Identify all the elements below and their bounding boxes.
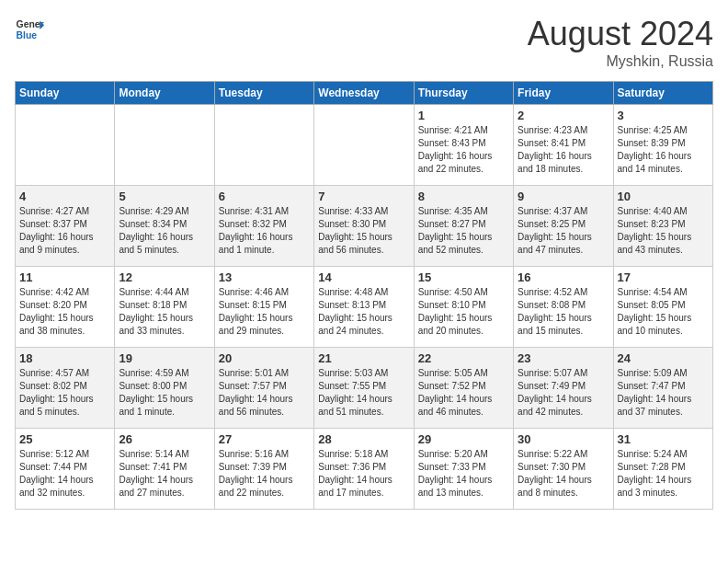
day-number: 26 (119, 432, 210, 446)
day-number: 8 (418, 190, 509, 203)
day-number: 4 (19, 190, 110, 203)
cell-content: Sunrise: 4:46 AM Sunset: 8:15 PM Dayligh… (219, 287, 293, 336)
calendar-cell: 8Sunrise: 4:35 AM Sunset: 8:27 PM Daylig… (414, 186, 513, 267)
day-number: 6 (219, 190, 310, 203)
day-number: 2 (518, 109, 609, 122)
cell-content: Sunrise: 4:40 AM Sunset: 8:23 PM Dayligh… (618, 206, 692, 255)
cell-content: Sunrise: 4:59 AM Sunset: 8:00 PM Dayligh… (119, 368, 193, 417)
weekday-header-saturday: Saturday (613, 82, 712, 105)
cell-content: Sunrise: 4:54 AM Sunset: 8:05 PM Dayligh… (618, 287, 692, 336)
cell-content: Sunrise: 4:23 AM Sunset: 8:41 PM Dayligh… (518, 125, 592, 174)
weekday-header-thursday: Thursday (414, 82, 513, 105)
calendar-cell: 4Sunrise: 4:27 AM Sunset: 8:37 PM Daylig… (16, 186, 115, 267)
day-number: 30 (518, 432, 609, 446)
cell-content: Sunrise: 4:44 AM Sunset: 8:18 PM Dayligh… (119, 287, 193, 336)
day-number: 10 (618, 190, 709, 203)
calendar-cell: 21Sunrise: 5:03 AM Sunset: 7:55 PM Dayli… (314, 348, 414, 429)
svg-text:Blue: Blue (17, 30, 38, 40)
day-number: 1 (418, 109, 509, 122)
calendar-cell: 19Sunrise: 4:59 AM Sunset: 8:00 PM Dayli… (115, 348, 214, 429)
calendar-cell (314, 105, 414, 186)
calendar-cell: 23Sunrise: 5:07 AM Sunset: 7:49 PM Dayli… (514, 348, 613, 429)
calendar-week-2: 4Sunrise: 4:27 AM Sunset: 8:37 PM Daylig… (16, 186, 713, 267)
calendar-cell: 31Sunrise: 5:24 AM Sunset: 7:28 PM Dayli… (613, 429, 712, 510)
day-number: 31 (618, 432, 709, 446)
cell-content: Sunrise: 5:16 AM Sunset: 7:39 PM Dayligh… (219, 449, 293, 498)
calendar-cell (214, 105, 313, 186)
calendar-week-4: 18Sunrise: 4:57 AM Sunset: 8:02 PM Dayli… (16, 348, 713, 429)
location: Myshkin, Russia (528, 53, 713, 70)
cell-content: Sunrise: 4:31 AM Sunset: 8:32 PM Dayligh… (219, 206, 293, 255)
weekday-header-wednesday: Wednesday (314, 82, 414, 105)
calendar-cell: 27Sunrise: 5:16 AM Sunset: 7:39 PM Dayli… (214, 429, 313, 510)
calendar-cell (115, 105, 214, 186)
weekday-header-monday: Monday (115, 82, 214, 105)
day-number: 20 (219, 351, 310, 365)
cell-content: Sunrise: 4:33 AM Sunset: 8:30 PM Dayligh… (318, 206, 392, 255)
cell-content: Sunrise: 5:01 AM Sunset: 7:57 PM Dayligh… (219, 368, 293, 417)
logo-icon: General Blue (15, 15, 44, 44)
cell-content: Sunrise: 5:09 AM Sunset: 7:47 PM Dayligh… (618, 368, 692, 417)
logo: General Blue (15, 15, 44, 44)
day-number: 22 (418, 351, 509, 365)
weekday-header-tuesday: Tuesday (214, 82, 313, 105)
calendar-cell: 1Sunrise: 4:21 AM Sunset: 8:43 PM Daylig… (414, 105, 513, 186)
cell-content: Sunrise: 5:22 AM Sunset: 7:30 PM Dayligh… (518, 449, 592, 498)
calendar-cell: 16Sunrise: 4:52 AM Sunset: 8:08 PM Dayli… (514, 267, 613, 348)
calendar-cell: 12Sunrise: 4:44 AM Sunset: 8:18 PM Dayli… (115, 267, 214, 348)
cell-content: Sunrise: 5:03 AM Sunset: 7:55 PM Dayligh… (318, 368, 392, 417)
calendar-cell: 6Sunrise: 4:31 AM Sunset: 8:32 PM Daylig… (214, 186, 313, 267)
title-block: August 2024 Myshkin, Russia (528, 15, 713, 70)
calendar-week-3: 11Sunrise: 4:42 AM Sunset: 8:20 PM Dayli… (16, 267, 713, 348)
cell-content: Sunrise: 4:50 AM Sunset: 8:10 PM Dayligh… (418, 287, 493, 336)
calendar-body: 1Sunrise: 4:21 AM Sunset: 8:43 PM Daylig… (16, 105, 713, 510)
day-number: 18 (19, 351, 110, 365)
cell-content: Sunrise: 4:29 AM Sunset: 8:34 PM Dayligh… (119, 206, 193, 255)
cell-content: Sunrise: 5:20 AM Sunset: 7:33 PM Dayligh… (418, 449, 493, 498)
cell-content: Sunrise: 4:25 AM Sunset: 8:39 PM Dayligh… (618, 125, 692, 174)
day-number: 14 (318, 270, 409, 284)
calendar-week-1: 1Sunrise: 4:21 AM Sunset: 8:43 PM Daylig… (16, 105, 713, 186)
day-number: 23 (518, 351, 609, 365)
calendar-cell: 14Sunrise: 4:48 AM Sunset: 8:13 PM Dayli… (314, 267, 414, 348)
calendar-cell: 5Sunrise: 4:29 AM Sunset: 8:34 PM Daylig… (115, 186, 214, 267)
day-number: 13 (219, 270, 310, 284)
calendar-cell: 11Sunrise: 4:42 AM Sunset: 8:20 PM Dayli… (16, 267, 115, 348)
cell-content: Sunrise: 4:57 AM Sunset: 8:02 PM Dayligh… (19, 368, 94, 417)
day-number: 7 (318, 190, 409, 203)
calendar-cell: 28Sunrise: 5:18 AM Sunset: 7:36 PM Dayli… (314, 429, 414, 510)
calendar-cell: 2Sunrise: 4:23 AM Sunset: 8:41 PM Daylig… (514, 105, 613, 186)
cell-content: Sunrise: 4:48 AM Sunset: 8:13 PM Dayligh… (318, 287, 392, 336)
day-number: 16 (518, 270, 609, 284)
cell-content: Sunrise: 4:21 AM Sunset: 8:43 PM Dayligh… (418, 125, 493, 174)
day-number: 9 (518, 190, 609, 203)
cell-content: Sunrise: 4:35 AM Sunset: 8:27 PM Dayligh… (418, 206, 493, 255)
calendar-week-5: 25Sunrise: 5:12 AM Sunset: 7:44 PM Dayli… (16, 429, 713, 510)
calendar-cell: 22Sunrise: 5:05 AM Sunset: 7:52 PM Dayli… (414, 348, 513, 429)
weekday-header-sunday: Sunday (16, 82, 115, 105)
cell-content: Sunrise: 5:24 AM Sunset: 7:28 PM Dayligh… (618, 449, 692, 498)
calendar-cell: 10Sunrise: 4:40 AM Sunset: 8:23 PM Dayli… (613, 186, 712, 267)
calendar-cell: 7Sunrise: 4:33 AM Sunset: 8:30 PM Daylig… (314, 186, 414, 267)
month-title: August 2024 (528, 15, 713, 53)
calendar-cell: 24Sunrise: 5:09 AM Sunset: 7:47 PM Dayli… (613, 348, 712, 429)
cell-content: Sunrise: 5:14 AM Sunset: 7:41 PM Dayligh… (119, 449, 193, 498)
cell-content: Sunrise: 5:12 AM Sunset: 7:44 PM Dayligh… (19, 449, 94, 498)
calendar-cell: 13Sunrise: 4:46 AM Sunset: 8:15 PM Dayli… (214, 267, 313, 348)
day-number: 17 (618, 270, 709, 284)
calendar-header-row: SundayMondayTuesdayWednesdayThursdayFrid… (16, 82, 713, 105)
day-number: 19 (119, 351, 210, 365)
day-number: 15 (418, 270, 509, 284)
day-number: 25 (19, 432, 110, 446)
day-number: 3 (618, 109, 709, 122)
calendar-table: SundayMondayTuesdayWednesdayThursdayFrid… (15, 81, 713, 510)
calendar-cell (16, 105, 115, 186)
cell-content: Sunrise: 5:18 AM Sunset: 7:36 PM Dayligh… (318, 449, 392, 498)
calendar-cell: 18Sunrise: 4:57 AM Sunset: 8:02 PM Dayli… (16, 348, 115, 429)
calendar-cell: 20Sunrise: 5:01 AM Sunset: 7:57 PM Dayli… (214, 348, 313, 429)
cell-content: Sunrise: 5:05 AM Sunset: 7:52 PM Dayligh… (418, 368, 493, 417)
cell-content: Sunrise: 4:52 AM Sunset: 8:08 PM Dayligh… (518, 287, 592, 336)
calendar-cell: 9Sunrise: 4:37 AM Sunset: 8:25 PM Daylig… (514, 186, 613, 267)
day-number: 28 (318, 432, 409, 446)
calendar-cell: 25Sunrise: 5:12 AM Sunset: 7:44 PM Dayli… (16, 429, 115, 510)
